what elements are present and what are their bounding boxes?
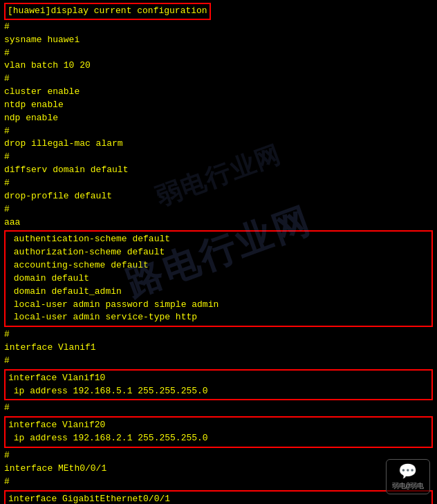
vlanif20-section: interface Vlanif20 ip address 192.168.2.… xyxy=(4,416,433,448)
aaa-auth: authentication-scheme default xyxy=(8,233,429,246)
sysname: sysname huawei xyxy=(4,34,433,47)
vlanif1: interface Vlanif1 xyxy=(4,342,433,355)
vlan-batch: vlan batch 10 20 xyxy=(4,59,433,73)
cluster-enable: cluster enable xyxy=(4,86,433,99)
hash11: # xyxy=(4,449,433,463)
hash10: # xyxy=(4,402,433,415)
hash9: # xyxy=(4,355,433,368)
diffserv: diffserv domain default xyxy=(4,164,433,177)
wechat-icon: 💬 xyxy=(398,463,417,481)
hash12: # xyxy=(4,476,433,489)
cmd-line: [huawei]display current configuration xyxy=(8,6,207,16)
aaa-label: aaa xyxy=(4,216,433,230)
hash7: # xyxy=(4,203,433,216)
hash4: # xyxy=(4,125,433,138)
logo-badge: 💬 弱电@弱电 xyxy=(386,459,430,494)
hash5: # xyxy=(4,151,433,164)
hash3: # xyxy=(4,73,433,86)
ge001-section: interface GigabitEthernet0/0/1 port link… xyxy=(4,490,433,504)
aaa-acct: accounting-scheme default xyxy=(8,259,429,272)
drop-illegal: drop illegal-mac alarm xyxy=(4,138,433,151)
aaa-local-user-svc: local-user admin service-type http xyxy=(8,311,429,324)
vlanif10-ip: ip address 192.168.5.1 255.255.255.0 xyxy=(8,385,429,398)
aaa-domain-admin: domain default_admin xyxy=(8,286,429,299)
aaa-local-user-pw: local-user admin password simple admin xyxy=(8,299,429,312)
vlanif20-iface: interface Vlanif20 xyxy=(8,419,429,432)
drop-profile: drop-profile default xyxy=(4,190,433,203)
ntdp-enable: ntdp enable xyxy=(4,99,433,112)
ndp-enable: ndp enable xyxy=(4,112,433,125)
vlanif10-iface: interface Vlanif10 xyxy=(8,372,429,385)
hash6: # xyxy=(4,177,433,190)
ge001-iface: interface GigabitEthernet0/0/1 xyxy=(8,493,429,504)
aaa-authz: authorization-scheme default xyxy=(8,246,429,259)
meth-iface: interface MEth0/0/1 xyxy=(4,463,433,476)
aaa-domain: domain default xyxy=(8,272,429,286)
hash1: # xyxy=(4,21,433,34)
hash8: # xyxy=(4,328,433,342)
vlanif20-ip: ip address 192.168.2.1 255.255.255.0 xyxy=(8,432,429,445)
aaa-section: authentication-scheme default authorizat… xyxy=(4,230,433,327)
vlanif10-section: interface Vlanif10 ip address 192.168.5.… xyxy=(4,369,433,401)
hash2: # xyxy=(4,47,433,60)
terminal: 路电行业网 弱电行业网 [huawei]display current conf… xyxy=(0,0,437,504)
logo-text: 弱电@弱电 xyxy=(392,481,424,491)
